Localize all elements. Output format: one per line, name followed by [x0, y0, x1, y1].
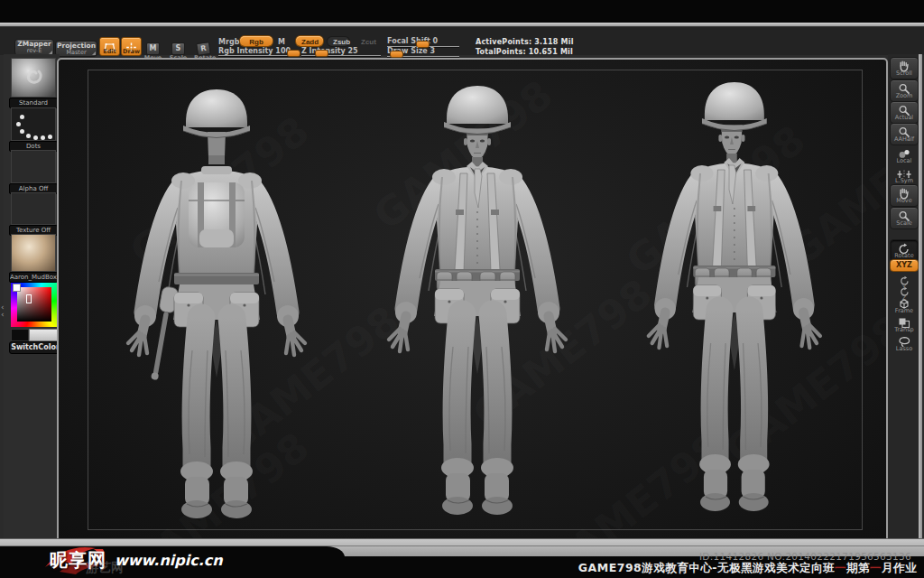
soldier-model-front-view[interactable]	[383, 76, 572, 536]
shelf-button-actual[interactable]: Actual	[890, 101, 919, 124]
soldier-model-side-view[interactable]	[640, 72, 829, 532]
projection-master-button[interactable]: Projection Master	[55, 41, 97, 57]
soldier-model-back-view[interactable]	[122, 79, 311, 539]
zmapper-rev-label: rev-E	[15, 48, 53, 54]
shelf-button-xyz[interactable]: XYZ	[890, 259, 919, 272]
top-toolbar: ZMapper rev-E Projection Master Edit Dra…	[0, 26, 924, 55]
color-picker[interactable]	[11, 282, 58, 327]
top-black-strip	[0, 0, 924, 23]
scale-badge-icon: S	[171, 42, 185, 55]
main-color-swatch[interactable]	[11, 329, 29, 341]
secondary-color-swatch[interactable]	[29, 329, 60, 341]
zsub-toggle[interactable]: Zsub	[328, 37, 349, 46]
master-label: Master	[56, 50, 97, 56]
total-points-readout: TotalPoints: 10.651 Mil	[476, 48, 573, 56]
left-shelf: SwitchColor StandardDotsAlpha OffTexture…	[4, 54, 60, 553]
rgb-intensity-slider[interactable]	[218, 51, 300, 57]
brush-standard-icon[interactable]	[11, 58, 56, 98]
shelf-button-lasso[interactable]: Lasso	[890, 332, 919, 352]
site-url-text: www.nipic.cn	[115, 552, 223, 569]
switch-color-button[interactable]: SwitchColor	[9, 341, 61, 354]
stroke-dots-icon[interactable]	[11, 107, 56, 141]
saturation-value-box[interactable]	[17, 287, 51, 322]
shelf-button-aahalf[interactable]: AAHalf	[890, 123, 919, 145]
panel-collapse-arrow-icon[interactable]: ‹‹	[1, 303, 5, 318]
shelf-button-frame[interactable]: Frame	[890, 294, 919, 314]
rotate-button[interactable]: R Rotate	[194, 37, 213, 54]
active-points-readout: ActivePoints: 3.118 Mil	[476, 38, 574, 46]
shelf-button-scale[interactable]: Scale	[890, 207, 919, 229]
m-toggle[interactable]: M	[278, 38, 285, 46]
zadd-toggle[interactable]: Zadd	[296, 36, 323, 46]
shelf-button-z[interactable]: Z	[890, 282, 919, 294]
edit-button[interactable]: Edit	[99, 37, 120, 56]
shelf-button-local[interactable]: Local	[890, 144, 919, 164]
caption-text: GAME798游戏教育中心-无极黑游戏美术定向班一期第一月作业	[578, 561, 917, 576]
shelf-button-move[interactable]: Move	[890, 184, 919, 207]
right-shelf: ScrollZoomActualAAHalfLocalL.SymMoveScal…	[888, 54, 919, 553]
color-cursor-icon	[26, 294, 32, 303]
zcut-toggle[interactable]: Zcut	[356, 37, 377, 46]
mrgb-toggle[interactable]: Mrgb	[218, 38, 239, 46]
right-edge-strip[interactable]	[919, 54, 922, 553]
rotate-badge-icon: R	[196, 42, 211, 56]
document-canvas[interactable]: GAME798GAME798GAME798GAME798GAME798GAME7…	[57, 58, 888, 544]
z-intensity-slider[interactable]	[301, 51, 381, 57]
zbrush-application-window: ZMapper rev-E Projection Master Edit Dra…	[0, 0, 924, 578]
material-sphere-icon[interactable]	[11, 234, 56, 272]
move-badge-icon: M	[146, 42, 160, 55]
move-button[interactable]: M Move	[143, 37, 162, 54]
shelf-button-lsym[interactable]: L.Sym	[890, 164, 919, 184]
draw-button[interactable]: Draw	[121, 37, 142, 56]
shelf-button-transp[interactable]: Transp	[890, 313, 919, 333]
texture-off-icon[interactable]	[11, 192, 56, 225]
material-sphere-label: Aaron_MudBox2	[9, 272, 58, 283]
scale-button[interactable]: S Scale	[169, 37, 188, 54]
rgb-toggle[interactable]: Rgb	[240, 36, 273, 46]
shelf-button-zoom[interactable]: Zoom	[890, 79, 919, 102]
alpha-off-icon[interactable]	[11, 150, 56, 183]
corner-fold-icon	[92, 51, 96, 55]
white-swatch[interactable]	[13, 284, 21, 292]
shelf-button-scroll[interactable]: Scroll	[890, 57, 919, 79]
